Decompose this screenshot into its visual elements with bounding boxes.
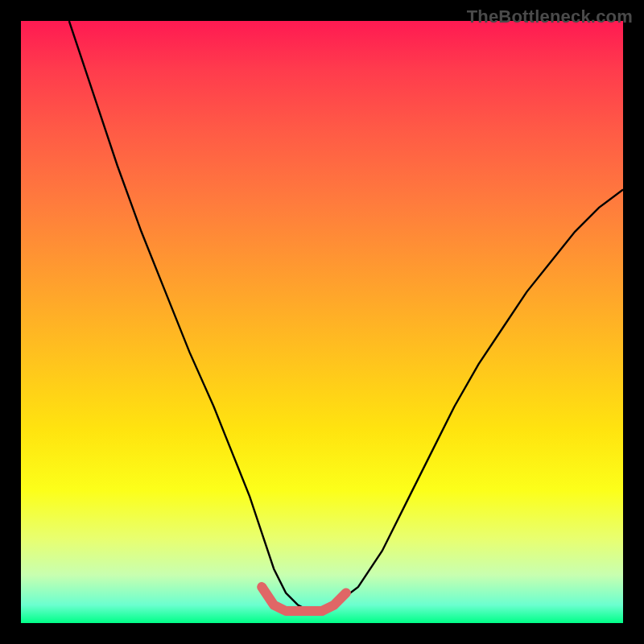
main-curve (69, 21, 623, 611)
chart-frame: TheBottleneck.com (0, 0, 644, 644)
chart-plot-area (21, 21, 623, 623)
chart-svg-layer (21, 21, 623, 623)
highlight-segment (262, 587, 346, 611)
